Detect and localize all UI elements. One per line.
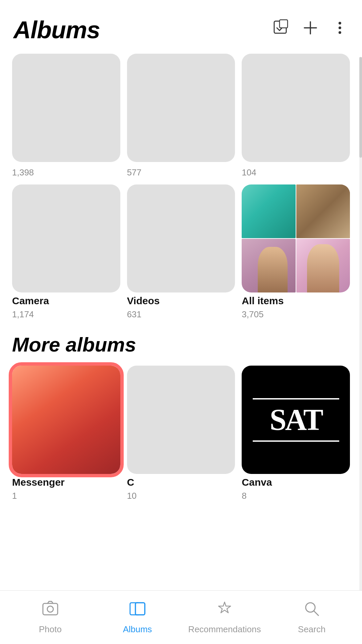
- album-thumbnail: [12, 184, 120, 293]
- svg-point-5: [339, 26, 341, 29]
- scrollbar-track[interactable]: [359, 57, 362, 594]
- album-thumbnail: [12, 54, 120, 162]
- more-albums-section: More albums Messenger 1 C 10 SAT Canva 8: [0, 320, 362, 501]
- album-item-canva[interactable]: SAT Canva 8: [242, 366, 350, 501]
- album-count: 631: [127, 309, 235, 320]
- svg-rect-1: [280, 20, 288, 28]
- album-label: All items: [242, 295, 350, 307]
- album-count: 3,705: [242, 309, 350, 320]
- collage-img-2: [296, 184, 350, 238]
- album-label: Camera: [12, 295, 120, 307]
- album-count: 8: [242, 491, 350, 501]
- more-albums-grid: Messenger 1 C 10 SAT Canva 8: [12, 366, 350, 501]
- album-label: Messenger: [12, 477, 120, 488]
- album-count: 577: [127, 167, 235, 178]
- album-thumbnail: [127, 54, 235, 162]
- svg-point-8: [47, 606, 53, 612]
- nav-label-recommendations: Recommendations: [188, 624, 261, 635]
- collage-img-1: [242, 184, 295, 238]
- album-item-all-items[interactable]: All items 3,705: [242, 184, 350, 320]
- svg-rect-7: [43, 603, 58, 615]
- album-label: C: [127, 477, 235, 488]
- add-icon[interactable]: [302, 19, 319, 41]
- album-label: Canva: [242, 477, 350, 488]
- album-item-camera[interactable]: Camera 1,174: [12, 184, 120, 320]
- collage-img-4: [296, 239, 350, 292]
- header-actions: [272, 19, 349, 41]
- album-item-c[interactable]: C 10: [127, 366, 235, 501]
- album-thumbnail: [242, 54, 350, 162]
- albums-nav-icon: [129, 600, 146, 622]
- nav-item-photo[interactable]: Photo: [7, 600, 94, 635]
- more-albums-title: More albums: [12, 333, 350, 356]
- album-item[interactable]: 1,398: [12, 54, 120, 178]
- album-count: 1,398: [12, 167, 120, 178]
- nav-item-recommendations[interactable]: Recommendations: [181, 600, 268, 635]
- page-title: Albums: [13, 16, 100, 44]
- album-item[interactable]: 577: [127, 54, 235, 178]
- svg-rect-10: [135, 603, 145, 615]
- svg-point-6: [339, 31, 341, 34]
- svg-line-13: [314, 611, 318, 615]
- photo-nav-icon: [42, 600, 59, 622]
- album-count: 1,174: [12, 309, 120, 320]
- nav-item-albums[interactable]: Albums: [94, 600, 181, 635]
- album-thumbnail-collage: [242, 184, 350, 293]
- albums-grid: 1,398 577 104 Camera 1,174 Videos 631: [12, 54, 350, 320]
- svg-point-4: [339, 22, 341, 24]
- nav-item-search[interactable]: Search: [268, 600, 355, 635]
- album-label: Videos: [127, 295, 235, 307]
- select-icon[interactable]: [272, 19, 290, 41]
- more-icon[interactable]: [331, 19, 349, 41]
- collage-img-3: [242, 239, 295, 292]
- album-item-videos[interactable]: Videos 631: [127, 184, 235, 320]
- nav-label-photo: Photo: [39, 624, 62, 635]
- nav-label-search: Search: [298, 624, 325, 635]
- album-thumbnail: [127, 184, 235, 293]
- bottom-navigation: Photo Albums Recommendations Search: [0, 590, 362, 644]
- album-thumbnail: [12, 366, 120, 474]
- album-item[interactable]: 104: [242, 54, 350, 178]
- scrollbar-thumb[interactable]: [359, 57, 362, 158]
- albums-section: 1,398 577 104 Camera 1,174 Videos 631: [0, 50, 362, 320]
- album-thumbnail: [127, 366, 235, 474]
- album-count: 104: [242, 167, 350, 178]
- recommendations-nav-icon: [216, 600, 233, 622]
- album-thumbnail: SAT: [242, 366, 350, 474]
- search-nav-icon: [303, 600, 320, 622]
- album-count: 10: [127, 491, 235, 501]
- nav-label-albums: Albums: [123, 624, 152, 635]
- album-count: 1: [12, 491, 120, 501]
- album-item-messenger[interactable]: Messenger 1: [12, 366, 120, 501]
- page-header: Albums: [0, 0, 362, 50]
